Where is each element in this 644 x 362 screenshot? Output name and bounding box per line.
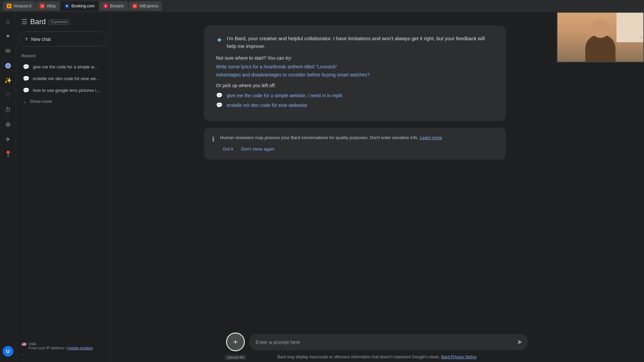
from-ip-label: From your IP address • Update location [29, 346, 93, 350]
recent-chat-icon-1: 💬 [216, 92, 223, 99]
app-body: ⌂ ✦ ✉ ✨ ♡ ⏱ ⚙ ✈ 📍 U ☰ Bard Experiment + … [0, 12, 644, 362]
recent-chat-link-1[interactable]: give me the code for a simple website, i… [227, 93, 342, 98]
info-icon: ℹ [212, 135, 215, 143]
prompt-input[interactable] [249, 334, 528, 350]
tab-aliexpress-label: AliExpress [139, 4, 158, 8]
privacy-notice-link[interactable]: Bard Privacy Notice [441, 355, 476, 359]
recent-chat-item-1: 💬 give me the code for a simple website,… [216, 92, 494, 99]
sidebar: ☰ Bard Experiment + New chat Recent 💬 gi… [16, 12, 110, 362]
rail-home-icon[interactable]: ⌂ [1, 15, 15, 28]
ebay-favicon: e [40, 4, 45, 8]
bonprix-favicon: b [103, 4, 108, 8]
dont-show-button[interactable]: Don't show again [238, 145, 277, 153]
rail-explore-icon[interactable]: ✦ [1, 29, 15, 43]
welcome-card: ✦ I'm Bard, your creative and helpful co… [204, 25, 506, 121]
show-more-label: Show more [30, 99, 52, 104]
rail-face-icon[interactable] [1, 59, 15, 72]
booking-favicon: B [65, 4, 69, 8]
privacy-card: ℹ Human reviewers may process your Bard … [204, 128, 506, 160]
rail-travel-icon[interactable]: ✈ [1, 133, 15, 146]
svg-point-1 [8, 65, 9, 66]
tab-booking[interactable]: B Booking.com [61, 1, 99, 11]
rail-pin-icon[interactable]: 📍 [1, 147, 15, 161]
privacy-actions: Got it Don't show again [220, 145, 498, 153]
svg-point-0 [7, 65, 8, 66]
webcam-arrow-icon: › [640, 35, 642, 40]
recent-chat-icon-2: 💬 [216, 102, 223, 108]
upload-tooltip: Upload file [225, 355, 246, 360]
browser-tabs-bar: A Amazon.it e eBay B Booking.com b Bonpr… [0, 0, 644, 12]
send-button[interactable]: ➤ [517, 338, 523, 346]
rail-messages-icon[interactable]: ✉ [1, 44, 15, 58]
user-avatar-icon[interactable]: U [3, 346, 13, 357]
bard-star-icon: ✦ [216, 36, 223, 45]
recent-chat-link-2[interactable]: erstelle mir den code für eine webseite [227, 103, 307, 108]
more-options-button[interactable]: ... [21, 350, 104, 357]
suggestion-link-2[interactable]: Advantages and disadvantages to consider… [216, 72, 494, 77]
webcam-wall [616, 13, 643, 42]
flag-icon: 🇺🇸 [21, 342, 26, 347]
sidebar-item-2-label: erstelle mir den code für eine we... [33, 76, 100, 81]
bard-intro-text: I'm Bard, your creative and helpful coll… [227, 35, 494, 50]
bard-intro-header: ✦ I'm Bard, your creative and helpful co… [216, 35, 494, 50]
suggestion-link-1[interactable]: Write some lyrics for a heartbreak anthe… [216, 64, 494, 69]
footer-text: Bard may display inaccurate or offensive… [277, 355, 476, 359]
new-chat-button[interactable]: + New chat [19, 32, 107, 47]
chat-icon-3: 💬 [23, 87, 30, 94]
webcam-person [557, 13, 643, 62]
webcam-overlay: › [557, 12, 644, 62]
tab-amazon[interactable]: A Amazon.it [3, 1, 35, 11]
tab-amazon-label: Amazon.it [13, 4, 31, 8]
person-head-silhouette [591, 19, 610, 38]
learn-more-link[interactable]: Learn more [420, 135, 442, 140]
input-area: + Upload file ➤ Bard may display inaccur… [110, 327, 644, 362]
got-it-button[interactable]: Got it [220, 145, 236, 153]
amazon-favicon: A [7, 4, 11, 8]
chat-icon-2: 💬 [23, 75, 30, 82]
try-label: Not sure where to start? You can try: [216, 55, 494, 61]
sidebar-bottom: 🇺🇸 USA From your IP address • Update loc… [19, 339, 107, 359]
privacy-text-section: Human reviewers may process your Bard co… [220, 134, 498, 153]
sidebar-item-1-label: give me the code for a simple w... [33, 64, 98, 69]
upload-button[interactable]: + [226, 333, 245, 351]
icon-rail: ⌂ ✦ ✉ ✨ ♡ ⏱ ⚙ ✈ 📍 U [0, 12, 16, 362]
chat-icon-1: 💬 [23, 64, 30, 70]
tab-ebay-label: eBay [47, 4, 56, 8]
rail-heart-icon[interactable]: ♡ [1, 88, 15, 102]
rail-sparkle-icon[interactable]: ✨ [1, 74, 15, 87]
app-title: Bard [30, 17, 46, 26]
sidebar-item-3-label: how to use google lens pictures i... [33, 88, 100, 93]
sidebar-item-1[interactable]: 💬 give me the code for a simple w... [19, 61, 107, 73]
chevron-down-icon: ⌄ [23, 99, 26, 104]
update-location-link[interactable]: Update location [67, 346, 93, 350]
webcam-content [557, 13, 643, 62]
recent-chat-item-2: 💬 erstelle mir den code für eine webseit… [216, 102, 494, 108]
plus-icon: + [24, 35, 29, 43]
aliexpress-favicon: A [132, 4, 137, 8]
or-pick-label: Or pick up where you left off: [216, 83, 494, 88]
location-info: 🇺🇸 USA From your IP address • Update loc… [21, 342, 104, 350]
hamburger-icon[interactable]: ☰ [21, 18, 28, 26]
sidebar-item-3[interactable]: 💬 how to use google lens pictures i... [19, 84, 107, 96]
country-label: USA [29, 342, 93, 346]
tab-bonprix[interactable]: b Bonprix [99, 1, 128, 11]
tab-booking-label: Booking.com [71, 4, 95, 8]
tab-aliexpress[interactable]: A AliExpress [128, 1, 162, 11]
rail-history-icon[interactable]: ⏱ [1, 103, 15, 117]
sidebar-item-2[interactable]: 💬 erstelle mir den code für eine we... [19, 73, 107, 84]
tab-ebay[interactable]: e eBay [36, 1, 60, 11]
new-chat-label: New chat [31, 37, 51, 42]
privacy-text: Human reviewers may process your Bard co… [220, 134, 498, 141]
input-row: + Upload file ➤ [226, 333, 528, 351]
recent-label: Recent [19, 52, 107, 61]
show-more-button[interactable]: ⌄ Show more [19, 96, 107, 107]
experiment-badge: Experiment [48, 19, 70, 24]
person-body-silhouette [585, 35, 615, 62]
rail-settings-icon[interactable]: ⚙ [1, 118, 15, 131]
upload-container: + Upload file [226, 333, 245, 351]
tab-bonprix-label: Bonprix [110, 4, 124, 8]
main-content: ✦ I'm Bard, your creative and helpful co… [110, 12, 644, 362]
sidebar-header: ☰ Bard Experiment [19, 15, 107, 29]
